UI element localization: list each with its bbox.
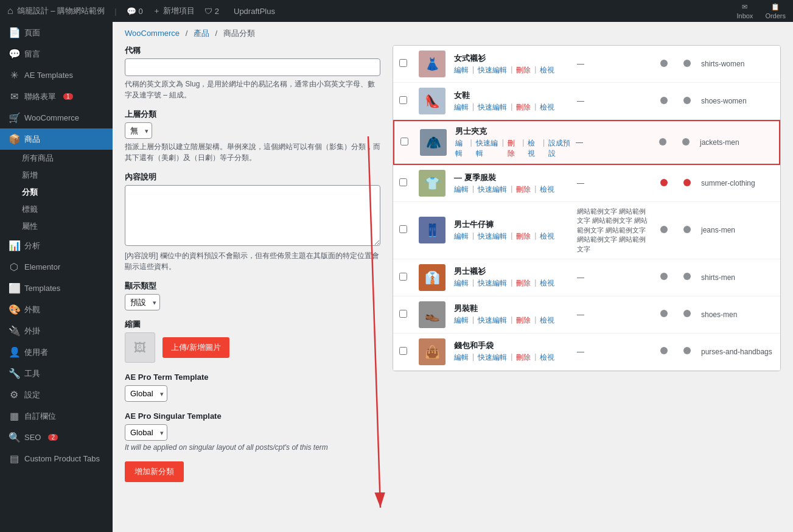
delete-link[interactable]: 刪除 [508, 138, 519, 159]
sub-tags[interactable]: 標籤 [22, 201, 113, 218]
sidebar-item-comments[interactable]: 💬 留言 [0, 43, 113, 65]
inbox-button[interactable]: ✉ Inbox [736, 3, 753, 19]
sidebar-item-analytics[interactable]: 📊 分析 [0, 235, 113, 256]
breadcrumb-woocommerce[interactable]: WooCommerce [125, 29, 180, 38]
checkbox-input[interactable] [399, 96, 407, 104]
sidebar-item-ae-templates[interactable]: ✳ AE Templates [0, 65, 113, 86]
sidebar-item-settings[interactable]: ⚙ 設定 [0, 384, 113, 405]
orders-button[interactable]: 📋 Orders [765, 3, 786, 19]
sidebar-item-appearance[interactable]: 🎨 外觀 [0, 299, 113, 320]
edit-link[interactable]: 編輯 [455, 138, 467, 159]
view-link[interactable]: 檢視 [540, 352, 554, 363]
quick-edit-link[interactable]: 快速編輯 [478, 352, 507, 363]
quick-edit-link[interactable]: 快速編輯 [478, 315, 507, 326]
row-checkbox[interactable] [399, 347, 414, 357]
checkbox-input[interactable] [399, 178, 407, 186]
view-link[interactable]: 檢視 [540, 231, 554, 242]
checkbox-input[interactable] [399, 59, 407, 67]
row-checkbox[interactable] [399, 310, 414, 320]
site-name-link[interactable]: ⌂ 鴿籠設計 – 購物網站範例 [7, 5, 105, 16]
display-select-wrapper: 預設 [125, 294, 160, 310]
view-link[interactable]: 檢視 [528, 138, 539, 159]
edit-link[interactable]: 編輯 [454, 231, 469, 242]
checkbox-input[interactable] [399, 310, 407, 318]
updates-button[interactable]: 🛡 2 [204, 7, 219, 16]
row-desc: — [577, 97, 650, 105]
edit-link[interactable]: 編輯 [454, 102, 469, 113]
sidebar-item-custom-fields[interactable]: ▦ 自訂欄位 [0, 405, 113, 427]
row-dot2 [678, 179, 696, 188]
edit-link[interactable]: 編輯 [454, 65, 469, 75]
set-default-link[interactable]: 設成預設 [548, 138, 571, 159]
checkbox-input[interactable] [400, 138, 408, 145]
row-checkbox[interactable] [399, 96, 414, 106]
sub-all-products[interactable]: 所有商品 [22, 150, 113, 167]
row-dot1 [655, 226, 673, 235]
checkbox-input[interactable] [399, 273, 407, 281]
sub-categories[interactable]: 分類 [22, 184, 113, 201]
parent-select[interactable]: 無 [125, 122, 152, 139]
sub-attributes[interactable]: 屬性 [22, 218, 113, 235]
delete-link[interactable]: 刪除 [516, 184, 531, 195]
view-link[interactable]: 檢視 [540, 102, 554, 113]
sidebar-item-contact[interactable]: ✉ 聯絡表單 1 [0, 86, 113, 107]
updates-count: 2 [215, 7, 219, 16]
sidebar-item-products[interactable]: 📦 商品 [0, 128, 113, 150]
quick-edit-link[interactable]: 快速編輯 [478, 184, 507, 195]
sidebar-item-tools[interactable]: 🔧 工具 [0, 363, 113, 384]
edit-link[interactable]: 編輯 [454, 184, 469, 195]
delete-link[interactable]: 刪除 [516, 231, 531, 242]
sidebar-item-seo[interactable]: 🔍 SEO 2 [0, 427, 113, 448]
sidebar-item-custom-product-tabs[interactable]: ▤ Custom Product Tabs [0, 448, 113, 469]
row-checkbox[interactable] [399, 225, 414, 235]
ae-singular-select[interactable]: Global [125, 424, 167, 441]
comment-button[interactable]: 💬 0 [127, 7, 143, 16]
sidebar-item-woocommerce[interactable]: 🛒 WooCommerce [0, 107, 113, 128]
desc-textarea[interactable] [125, 185, 380, 246]
view-link[interactable]: 檢視 [540, 65, 554, 75]
top-bar: ⌂ 鴿籠設計 – 購物網站範例 | 💬 0 ＋ 新增項目 🛡 2 Updraft… [0, 0, 793, 22]
quick-edit-link[interactable]: 快速編輯 [478, 65, 507, 75]
delete-link[interactable]: 刪除 [516, 278, 531, 289]
sidebar-item-elementor[interactable]: ⬡ Elementor [0, 256, 113, 278]
row-image: 👖 [419, 217, 449, 243]
sidebar-item-templates[interactable]: ⬜ Templates [0, 278, 113, 299]
checkbox-input[interactable] [399, 225, 407, 233]
display-select[interactable]: 預設 [125, 294, 160, 310]
delete-link[interactable]: 刪除 [516, 352, 531, 363]
quick-edit-link[interactable]: 快速編輯 [478, 278, 507, 289]
image-icon: 👞 [425, 307, 440, 322]
edit-link[interactable]: 編輯 [454, 278, 469, 289]
edit-link[interactable]: 編輯 [454, 352, 469, 363]
quick-edit-link[interactable]: 快速編輯 [478, 231, 507, 242]
category-name: 男裝鞋 [454, 303, 572, 314]
row-checkbox[interactable] [399, 178, 414, 188]
sidebar-item-pages[interactable]: 📄 頁面 [0, 22, 113, 43]
sidebar-item-plugins[interactable]: 🔌 外掛 [0, 320, 113, 341]
upload-button[interactable]: 上傳/新增圖片 [162, 337, 229, 358]
image-icon: 👗 [425, 57, 440, 71]
new-item-button[interactable]: ＋ 新增項目 [153, 5, 195, 16]
breadcrumb-products[interactable]: 產品 [194, 29, 209, 38]
view-link[interactable]: 檢視 [540, 315, 554, 326]
checkbox-input[interactable] [399, 347, 407, 355]
updraft-button[interactable]: UpdraftPlus [234, 7, 275, 16]
delete-link[interactable]: 刪除 [516, 102, 531, 113]
delete-link[interactable]: 刪除 [516, 65, 531, 75]
row-checkbox[interactable] [399, 273, 414, 282]
row-dot2 [678, 347, 696, 356]
delete-link[interactable]: 刪除 [516, 315, 531, 326]
quick-edit-link[interactable]: 快速編輯 [478, 102, 507, 113]
ae-term-select[interactable]: Global [125, 385, 167, 402]
add-category-button[interactable]: 增加新分類 [125, 461, 184, 482]
sidebar-item-users[interactable]: 👤 使用者 [0, 341, 113, 363]
dot-indicator-1 [660, 226, 668, 233]
row-checkbox[interactable] [400, 138, 415, 147]
view-link[interactable]: 檢視 [540, 184, 554, 195]
slug-input[interactable] [125, 58, 380, 76]
sub-add-product[interactable]: 新增 [22, 167, 113, 184]
edit-link[interactable]: 編輯 [454, 315, 469, 326]
row-checkbox[interactable] [399, 59, 414, 69]
view-link[interactable]: 檢視 [540, 278, 554, 289]
quick-edit-link[interactable]: 快速編輯 [476, 138, 498, 159]
